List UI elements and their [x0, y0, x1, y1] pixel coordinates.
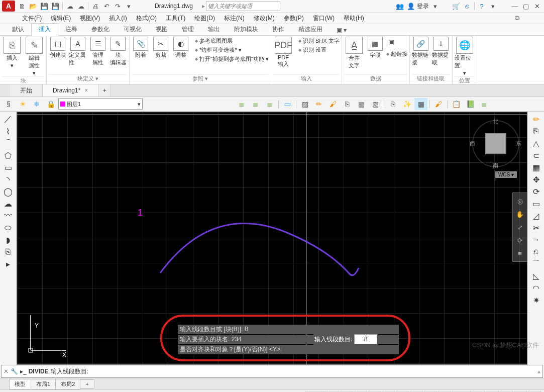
explode-tool[interactable]: ✷: [530, 295, 541, 306]
undo-icon[interactable]: ↶: [101, 1, 112, 11]
help-icon[interactable]: ?: [477, 1, 487, 11]
ribtab-view[interactable]: 视图: [149, 24, 175, 35]
pdf-import-button[interactable]: PDFPDF 输入: [273, 37, 293, 68]
tab-close-icon[interactable]: ×: [84, 87, 88, 94]
open-icon[interactable]: 📂: [28, 1, 38, 11]
viewcube-north[interactable]: 北: [493, 118, 498, 125]
edit-attr-button[interactable]: ✎编辑 属性▾: [24, 37, 44, 76]
hyperlink-button[interactable]: 超链接: [386, 50, 407, 58]
line-tool[interactable]: ／: [3, 114, 14, 125]
ribtab-annotate[interactable]: 注释: [58, 24, 84, 35]
datalink-button[interactable]: 🔗数据链接: [412, 37, 430, 66]
copy2-icon[interactable]: ⎘: [386, 98, 399, 110]
qat-dropdown-icon[interactable]: ▾: [124, 1, 134, 11]
recognize-shx-link[interactable]: 识别 SHX 文字: [298, 37, 340, 45]
menu-modify[interactable]: 修改(M): [254, 14, 275, 23]
manage-attr-button[interactable]: ☰管理 属性: [89, 37, 107, 66]
hatch-icon[interactable]: ▨: [298, 98, 311, 110]
layout-1[interactable]: 布局1: [31, 379, 56, 389]
arc-tool[interactable]: ⌒: [3, 138, 14, 149]
clip-button[interactable]: ✂剪裁: [152, 37, 170, 59]
define-attr-button[interactable]: A定义属性: [69, 37, 87, 66]
layer-selector[interactable]: 图层1▾: [58, 99, 143, 110]
stretch-tool[interactable]: ◿: [530, 210, 541, 221]
menu-dim[interactable]: 标注(N): [224, 14, 245, 23]
brush-icon[interactable]: 🖌: [327, 98, 340, 110]
ribtab-collab[interactable]: 协作: [265, 24, 291, 35]
block-editor-button[interactable]: ✎块 编辑器: [109, 37, 127, 66]
circle-tool[interactable]: ◯: [3, 186, 14, 197]
polyline-tool[interactable]: ⌇: [3, 126, 14, 137]
extend-tool[interactable]: →: [530, 234, 541, 245]
layers-stack3-icon[interactable]: ≣: [263, 98, 276, 110]
help-dropdown-icon[interactable]: ▾: [488, 1, 498, 11]
dup-icon[interactable]: ⎘: [341, 98, 354, 110]
attach-button[interactable]: 📎附着: [132, 37, 150, 59]
dataextract-button[interactable]: ⤓数据提取: [432, 37, 450, 66]
mirror-tool[interactable]: △: [530, 138, 541, 149]
minimize-icon[interactable]: ―: [510, 1, 520, 11]
book-icon[interactable]: 📗: [464, 98, 477, 110]
chamfer-tool[interactable]: ◺: [530, 270, 541, 281]
ribtab-manage[interactable]: 管理: [175, 24, 201, 35]
layers-icon[interactable]: ≣: [478, 98, 491, 110]
snap-underlay-link[interactable]: 打开"捕捉到参考底图"功能 ▾: [195, 55, 269, 63]
login-link[interactable]: 登录: [417, 2, 429, 11]
wcs-badge[interactable]: WCS ▾: [495, 171, 517, 178]
save-icon[interactable]: 💾: [39, 1, 49, 11]
frames-vary-link[interactable]: *边框可变选项* ▾: [195, 46, 269, 54]
erase-tool[interactable]: ✏: [530, 114, 541, 125]
layer-freeze-icon[interactable]: ❄: [30, 98, 43, 110]
break-tool[interactable]: ⎌: [530, 246, 541, 257]
layout-2[interactable]: 布局2: [55, 379, 80, 389]
rectangle-tool[interactable]: ▭: [3, 162, 14, 173]
table-icon[interactable]: ▦: [414, 98, 427, 110]
layers-stack2-icon[interactable]: ≣: [249, 98, 262, 110]
menu-view[interactable]: 视图(V): [80, 14, 100, 23]
menu-param[interactable]: 参数(P): [284, 14, 304, 23]
tab-start[interactable]: 开始: [10, 84, 43, 96]
redo-icon[interactable]: ↷: [113, 1, 123, 11]
set-location-button[interactable]: 🌐设置位置▾: [455, 37, 475, 76]
menu-draw[interactable]: 绘图(D): [194, 14, 215, 23]
nav-zoom-icon[interactable]: ⤢: [515, 222, 525, 232]
recognize-settings-link[interactable]: 识别 设置: [298, 46, 340, 54]
dynamic-input-field[interactable]: [354, 334, 377, 344]
web-open-icon[interactable]: ☁: [65, 1, 75, 11]
ribtab-insert[interactable]: 插入: [31, 23, 58, 36]
grid4-icon[interactable]: ▦: [355, 98, 368, 110]
menu-help[interactable]: 帮助(H): [344, 14, 364, 23]
viewcube-east[interactable]: 东: [516, 140, 521, 147]
magic-icon[interactable]: ✨: [400, 98, 413, 110]
ribtab-default[interactable]: 默认: [5, 24, 31, 35]
field-button[interactable]: ▦字段: [366, 37, 384, 59]
ellipse-arc-tool[interactable]: ◗: [3, 234, 14, 245]
copy-tool[interactable]: ⎘: [530, 126, 541, 137]
merge-text-button[interactable]: A̲合并 文字: [344, 37, 364, 69]
pencil-icon[interactable]: ✏: [312, 98, 325, 110]
polygon-tool[interactable]: ⬠: [3, 150, 14, 161]
nav-orbit-icon[interactable]: ⟳: [515, 235, 525, 245]
spline-tool[interactable]: 〰: [3, 210, 14, 221]
nav-wheel-icon[interactable]: ◎: [515, 196, 525, 206]
web-save-icon[interactable]: ☁: [76, 1, 86, 11]
people-icon[interactable]: 👥: [395, 1, 405, 11]
underlay-layers-link[interactable]: 参考底图图层: [195, 37, 269, 45]
cart-icon[interactable]: 🛒: [451, 1, 461, 11]
layer-props-icon[interactable]: §: [2, 98, 15, 110]
sel-window-icon[interactable]: ▭: [281, 98, 294, 110]
tab-drawing1[interactable]: Drawing1*×: [43, 84, 98, 96]
offset-tool[interactable]: ⊂: [530, 150, 541, 161]
ellipse-tool[interactable]: ⬭: [3, 222, 14, 233]
search-input[interactable]: [206, 1, 280, 11]
trim-tool[interactable]: ✂: [530, 222, 541, 233]
layout-model[interactable]: 模型: [9, 379, 31, 389]
layers-stack-icon[interactable]: ≣: [235, 98, 248, 110]
close-icon[interactable]: ✕: [532, 1, 542, 11]
drawing-canvas[interactable]: 1 Y X 北 南 东 西 WCS ▾ ◎ ✋ ⤢ ⟳ ≡: [17, 112, 527, 365]
login-dropdown-icon[interactable]: ▾: [430, 1, 440, 11]
fillet-tool[interactable]: ◠: [530, 282, 541, 293]
nav-more-icon[interactable]: ≡: [515, 248, 525, 258]
insert-tool[interactable]: ⎘: [3, 246, 14, 257]
new-icon[interactable]: 🗎: [17, 1, 27, 11]
